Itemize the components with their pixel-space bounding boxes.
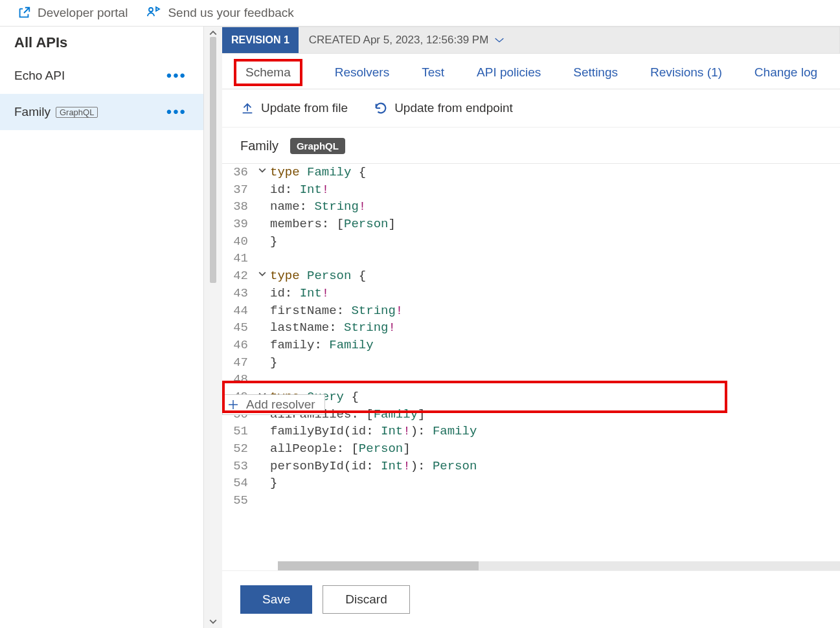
update-from-file-button[interactable]: Update from file xyxy=(240,101,348,115)
code-line[interactable]: 53 personById(id: Int!): Person xyxy=(222,458,840,475)
all-apis-header: All APIs xyxy=(0,27,203,58)
line-number: 48 xyxy=(222,371,255,388)
developer-portal-label: Developer portal xyxy=(38,6,128,20)
scroll-down-icon[interactable] xyxy=(209,618,217,625)
code-line[interactable]: 47} xyxy=(222,354,840,372)
code-line[interactable]: 41 xyxy=(222,250,840,267)
plus-icon xyxy=(227,398,240,411)
fold-toggle-icon[interactable] xyxy=(255,164,270,181)
line-number: 41 xyxy=(222,250,255,267)
code-line[interactable]: 37 id: Int! xyxy=(222,181,840,199)
code-content: } xyxy=(270,354,840,372)
update-from-endpoint-label: Update from endpoint xyxy=(394,101,513,115)
code-line[interactable]: 40} xyxy=(222,233,840,251)
add-resolver-label: Add resolver xyxy=(246,398,315,412)
tab-settings[interactable]: Settings xyxy=(573,63,618,82)
code-content: type Query { xyxy=(270,388,840,406)
more-icon[interactable]: ••• xyxy=(164,68,189,84)
code-content: members: [Person] xyxy=(270,216,840,233)
code-content: id: Int! xyxy=(270,285,840,302)
scroll-up-icon[interactable] xyxy=(209,29,217,37)
feedback-icon xyxy=(146,5,161,21)
code-line[interactable]: 39 members: [Person] xyxy=(222,216,840,233)
line-number: 44 xyxy=(222,302,255,320)
add-resolver-button[interactable]: Add resolver xyxy=(222,394,325,415)
line-number: 53 xyxy=(222,458,255,475)
vertical-scrollbar[interactable] xyxy=(204,27,222,628)
line-number: 37 xyxy=(222,181,255,199)
hscroll-thumb[interactable] xyxy=(278,561,479,570)
line-number: 40 xyxy=(222,233,255,251)
code-content: } xyxy=(270,233,840,251)
line-number: 38 xyxy=(222,198,255,216)
code-content: family: Family xyxy=(270,337,840,354)
line-number: 46 xyxy=(222,337,255,354)
code-content: allFamilies: [Family] xyxy=(270,406,840,423)
tab-test[interactable]: Test xyxy=(422,63,444,82)
fold-toggle-icon[interactable] xyxy=(255,267,270,285)
developer-portal-link[interactable]: Developer portal xyxy=(17,6,128,20)
upload-icon xyxy=(240,101,255,115)
api-tag: GraphQL xyxy=(56,107,98,118)
code-line[interactable]: 43 id: Int! xyxy=(222,285,840,302)
tab-changelog[interactable]: Change log xyxy=(755,63,817,82)
line-number: 54 xyxy=(222,475,255,492)
discard-button[interactable]: Discard xyxy=(323,585,409,614)
line-number: 43 xyxy=(222,285,255,302)
code-editor[interactable]: 36type Family {37 id: Int!38 name: Strin… xyxy=(222,164,840,510)
code-line[interactable]: 55 xyxy=(222,492,840,510)
schema-title: Family xyxy=(240,139,278,153)
external-link-icon xyxy=(17,6,31,20)
code-content: lastName: String! xyxy=(270,319,840,337)
sidebar-item-echo-api[interactable]: Echo API••• xyxy=(0,58,203,94)
line-number: 55 xyxy=(222,492,255,510)
tab-resolvers[interactable]: Resolvers xyxy=(335,63,389,82)
tab-api-policies[interactable]: API policies xyxy=(477,63,541,82)
line-number: 39 xyxy=(222,216,255,233)
code-content: familyById(id: Int!): Family xyxy=(270,423,840,440)
code-line[interactable]: 38 name: String! xyxy=(222,198,840,216)
api-name: Echo API xyxy=(14,69,65,83)
code-line[interactable]: 51 familyById(id: Int!): Family xyxy=(222,423,840,440)
code-content: } xyxy=(270,475,840,492)
revision-created-label: CREATED Apr 5, 2023, 12:56:39 PM xyxy=(309,34,489,47)
line-number: 52 xyxy=(222,440,255,458)
code-line[interactable]: 36type Family { xyxy=(222,164,840,181)
refresh-icon xyxy=(374,101,388,115)
scrollbar-thumb[interactable] xyxy=(210,37,216,283)
revision-dropdown[interactable]: CREATED Apr 5, 2023, 12:56:39 PM xyxy=(299,27,516,53)
code-content: type Person { xyxy=(270,267,840,285)
update-from-endpoint-button[interactable]: Update from endpoint xyxy=(374,101,513,115)
line-number: 47 xyxy=(222,354,255,372)
sidebar-item-family[interactable]: FamilyGraphQL••• xyxy=(0,94,203,130)
code-content: name: String! xyxy=(270,198,840,216)
horizontal-scrollbar[interactable] xyxy=(278,561,840,570)
code-content: type Family { xyxy=(270,164,840,181)
feedback-link[interactable]: Send us your feedback xyxy=(146,5,293,21)
code-line[interactable]: 52 allPeople: [Person] xyxy=(222,440,840,458)
code-content: allPeople: [Person] xyxy=(270,440,840,458)
code-content: firstName: String! xyxy=(270,302,840,320)
code-line[interactable]: 48 xyxy=(222,371,840,388)
tab-schema[interactable]: Schema xyxy=(245,63,291,82)
tab-revisions[interactable]: Revisions (1) xyxy=(650,63,722,82)
line-number: 45 xyxy=(222,319,255,337)
save-button[interactable]: Save xyxy=(240,585,312,614)
code-line[interactable]: 46 family: Family xyxy=(222,337,840,354)
api-name: Family xyxy=(14,105,51,119)
code-line[interactable]: 44 firstName: String! xyxy=(222,302,840,320)
more-icon[interactable]: ••• xyxy=(164,104,189,120)
chevron-down-icon xyxy=(494,34,505,46)
svg-point-0 xyxy=(149,8,153,12)
feedback-label: Send us your feedback xyxy=(168,6,293,20)
line-number: 36 xyxy=(222,164,255,181)
code-line[interactable]: 45 lastName: String! xyxy=(222,319,840,337)
code-content: id: Int! xyxy=(270,181,840,199)
code-line[interactable]: 54} xyxy=(222,475,840,492)
graphql-badge: GraphQL xyxy=(290,138,345,154)
update-from-file-label: Update from file xyxy=(261,101,348,115)
code-line[interactable]: 42type Person { xyxy=(222,267,840,285)
line-number: 51 xyxy=(222,423,255,440)
code-content: personById(id: Int!): Person xyxy=(270,458,840,475)
revision-badge: REVISION 1 xyxy=(222,27,299,53)
